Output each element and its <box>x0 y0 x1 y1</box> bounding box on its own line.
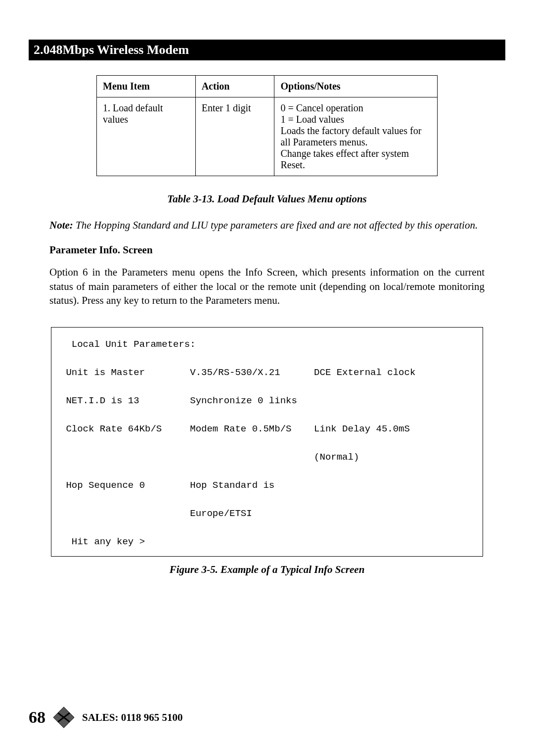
table-caption: Table 3-13. Load Default Values Menu opt… <box>49 193 485 205</box>
table-header-menu-item: Menu Item <box>97 76 196 97</box>
figure-caption: Figure 3-5. Example of a Typical Info Sc… <box>49 564 485 576</box>
table-header-row: Menu Item Action Options/Notes <box>97 76 438 97</box>
body-paragraph: Option 6 in the Parameters menu opens th… <box>49 265 485 307</box>
info-screen-line: NET.I.D is 13 Synchronize 0 links <box>60 394 474 408</box>
table-row: 1. Load default values Enter 1 digit 0 =… <box>97 97 438 176</box>
table-cell-action: Enter 1 digit <box>195 97 274 176</box>
info-screen-line: Unit is Master V.35/RS-530/X.21 DCE Exte… <box>60 366 474 380</box>
table-cell-options: 0 = Cancel operation 1 = Load values Loa… <box>274 97 438 176</box>
page-footer: 68 SALES: 0118 965 5100 <box>29 706 183 729</box>
info-screen-title: Local Unit Parameters: <box>60 337 474 352</box>
table-cell-menu-item: 1. Load default values <box>97 97 196 176</box>
note-body: The Hopping Standard and LIU type parame… <box>73 219 478 231</box>
page-number: 68 <box>29 708 45 727</box>
info-screen-prompt: Hit any key > <box>60 535 474 549</box>
info-screen-box: Local Unit Parameters: Unit is Master V.… <box>51 327 483 557</box>
info-screen-line: Europe/ETSI <box>60 507 474 521</box>
page-content: Menu Item Action Options/Notes 1. Load d… <box>49 75 485 576</box>
diamond-logo-icon <box>52 706 75 729</box>
info-screen-line: Clock Rate 64Kb/S Modem Rate 0.5Mb/S Lin… <box>60 422 474 436</box>
header-title: 2.048Mbps Wireless Modem <box>34 43 189 57</box>
table-header-action: Action <box>195 76 274 97</box>
section-heading: Parameter Info. Screen <box>49 244 485 256</box>
info-screen-line: (Normal) <box>60 450 474 465</box>
page-header-bar: 2.048Mbps Wireless Modem <box>29 40 505 60</box>
sales-phone: SALES: 0118 965 5100 <box>82 711 183 724</box>
table-header-options: Options/Notes <box>274 76 438 97</box>
load-default-values-table: Menu Item Action Options/Notes 1. Load d… <box>96 75 438 176</box>
note-label: Note: <box>49 219 73 231</box>
note-paragraph: Note: The Hopping Standard and LIU type … <box>49 218 485 232</box>
info-screen-line: Hop Sequence 0 Hop Standard is <box>60 478 474 493</box>
